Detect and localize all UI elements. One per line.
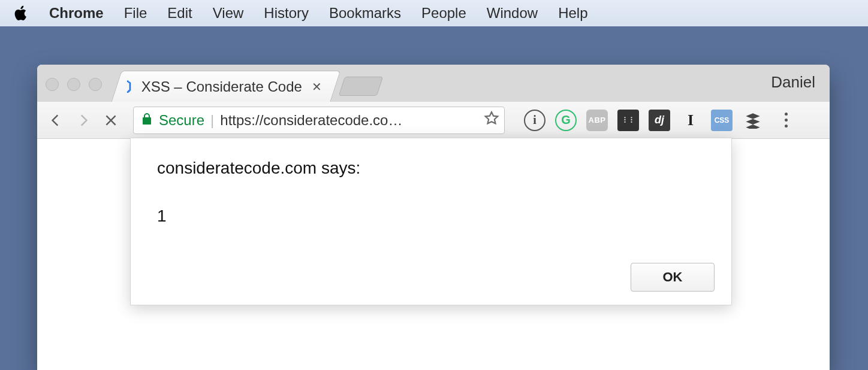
extension-buffer-icon[interactable] [742, 110, 764, 131]
menu-history[interactable]: History [264, 5, 309, 22]
menu-view[interactable]: View [213, 5, 244, 22]
bookmark-star-icon[interactable] [484, 111, 499, 130]
js-alert-dialog: consideratecode.com says: 1 OK [130, 138, 732, 305]
alert-message: 1 [157, 207, 705, 226]
chrome-window: ⟯ XSS – Considerate Code ✕ Daniel Secure… [37, 65, 830, 370]
omnibox-url: https://consideratecode.co… [220, 112, 474, 129]
svg-rect-3 [625, 121, 626, 122]
menu-edit[interactable]: Edit [167, 5, 192, 22]
menu-people[interactable]: People [421, 5, 466, 22]
browser-tab[interactable]: ⟯ XSS – Considerate Code ✕ [111, 71, 341, 102]
nav-forward-button[interactable] [73, 110, 94, 131]
extension-video-icon[interactable] [617, 110, 639, 131]
window-close-button[interactable] [46, 78, 59, 91]
window-traffic-lights [46, 78, 102, 91]
menu-app-name[interactable]: Chrome [49, 5, 104, 22]
extension-css-icon[interactable]: CSS [711, 110, 733, 131]
profile-name-label[interactable]: Daniel [771, 73, 815, 92]
chrome-menu-button[interactable] [777, 113, 795, 128]
chrome-tabstrip: ⟯ XSS – Considerate Code ✕ Daniel [37, 65, 830, 102]
extension-icons: i G ABP dj I CSS [524, 110, 795, 131]
svg-rect-1 [625, 117, 626, 118]
alert-origin-text: consideratecode.com says: [157, 159, 705, 178]
menu-bookmarks[interactable]: Bookmarks [329, 5, 401, 22]
window-minimize-button[interactable] [67, 78, 80, 91]
extension-grammarly-icon[interactable]: G [555, 110, 577, 131]
lock-icon [141, 112, 153, 129]
extension-abp-icon[interactable]: ABP [586, 110, 608, 131]
macos-menubar: Chrome File Edit View History Bookmarks … [0, 0, 868, 26]
apple-menu-icon[interactable] [14, 5, 29, 22]
new-tab-button[interactable] [339, 77, 383, 96]
alert-ok-button[interactable]: OK [631, 263, 715, 292]
tab-close-icon[interactable]: ✕ [309, 80, 324, 94]
extension-django-icon[interactable]: dj [649, 110, 670, 131]
extension-instapaper-icon[interactable]: I [680, 110, 701, 131]
svg-rect-4 [631, 117, 632, 118]
nav-stop-button[interactable] [101, 110, 121, 131]
secure-label: Secure [159, 112, 204, 129]
svg-rect-5 [631, 119, 632, 120]
omnibox-separator: | [210, 112, 214, 129]
menu-window[interactable]: Window [487, 5, 538, 22]
svg-rect-2 [625, 119, 626, 120]
menu-help[interactable]: Help [558, 5, 587, 22]
address-bar[interactable]: Secure | https://consideratecode.co… [133, 107, 505, 134]
svg-rect-6 [631, 121, 632, 122]
window-zoom-button[interactable] [89, 78, 102, 91]
tab-favicon-icon: ⟯ [126, 77, 134, 96]
nav-back-button[interactable] [46, 110, 66, 131]
menu-file[interactable]: File [124, 5, 147, 22]
tab-title: XSS – Considerate Code [141, 78, 302, 95]
chrome-toolbar: Secure | https://consideratecode.co… i G… [37, 102, 830, 139]
extension-info-icon[interactable]: i [524, 110, 545, 131]
